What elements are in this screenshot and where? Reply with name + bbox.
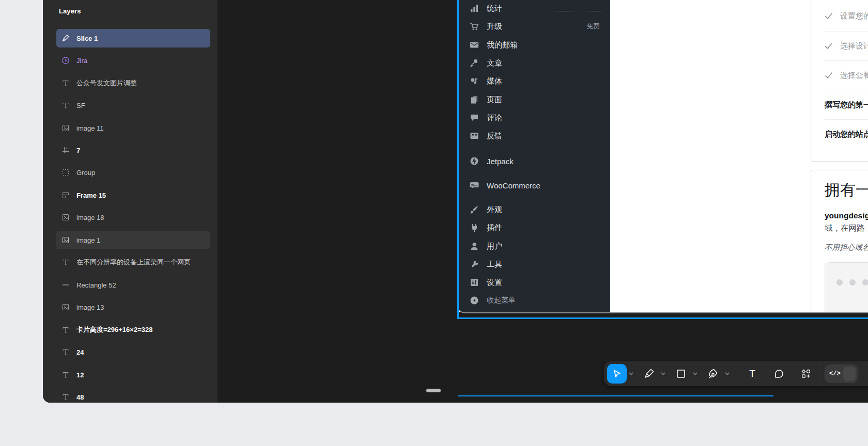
wp-menu-stats[interactable]: 统计 xyxy=(458,1,610,16)
layer-row-text[interactable]: 48 xyxy=(56,388,210,403)
figma-window: Layers Slice 1 Jira 公众号发文图片调整 SF image 1… xyxy=(43,0,868,403)
dev-mode-toggle[interactable]: </> xyxy=(825,364,858,383)
wp-menu-feedback[interactable]: 反馈 xyxy=(458,128,610,144)
wp-menu-tools[interactable]: 工具 xyxy=(458,257,610,272)
layer-label: 在不同分辨率的设备上渲染同一个网页 xyxy=(76,258,191,267)
checklist-item-done[interactable]: 设置您的站点 xyxy=(825,7,868,25)
pencil-tool-button[interactable] xyxy=(639,364,659,384)
layer-label: image 11 xyxy=(76,124,104,132)
jetpack-icon xyxy=(469,156,479,166)
layer-label: SF xyxy=(76,102,85,109)
layer-label: 公众号发文图片调整 xyxy=(76,78,137,88)
checklist-item-launch-site[interactable]: 启动您的站点 xyxy=(825,125,868,144)
design-frame: 统计 升级 免费 我的邮箱 文章 xyxy=(458,0,868,312)
woocommerce-icon: Woo xyxy=(469,180,479,190)
text-layer-icon xyxy=(61,348,70,356)
layer-row-jira[interactable]: Jira xyxy=(56,51,210,70)
cursor-icon xyxy=(612,369,622,379)
toolbar-divider xyxy=(819,361,819,386)
wp-menu-label: Jetpack xyxy=(487,157,514,166)
figma-toolbar: T </> xyxy=(604,361,868,386)
domain-upsell-card: ✕ 拥有一个域名，打您的站点。 youngdesignbook.com 是个完美… xyxy=(811,170,868,313)
layer-row-slice-1[interactable]: Slice 1 xyxy=(56,29,210,47)
layer-row-text[interactable]: 24 xyxy=(56,343,210,361)
layer-row-text[interactable]: 在不同分辨率的设备上渲染同一个网页 xyxy=(56,253,210,272)
canvas-scroll-pill[interactable] xyxy=(426,389,441,392)
wp-menu-plugins[interactable]: 插件 xyxy=(458,220,610,235)
image-layer-icon xyxy=(61,213,70,221)
layer-row-image[interactable]: image 18 xyxy=(56,208,210,227)
settings-icon xyxy=(469,277,479,288)
layer-label: image 13 xyxy=(76,304,104,311)
wp-menu-label: 页面 xyxy=(487,95,502,105)
check-icon xyxy=(825,42,833,50)
checklist-item-write-post[interactable]: 撰写您的第一篇文章 xyxy=(825,95,868,114)
pen-tool-button[interactable] xyxy=(703,364,723,384)
layer-row-text[interactable]: 卡片高度=296+16×2=328 xyxy=(56,321,210,339)
domain-card-body: youngdesignbook.com 是个完美的网址，不但易于搜寻，也很容易追… xyxy=(825,210,868,234)
layer-row-frame-15[interactable]: Frame 15 xyxy=(56,186,210,204)
shape-tool-dropdown[interactable] xyxy=(691,364,699,384)
wp-menu-users[interactable]: 用户 xyxy=(458,238,610,254)
layer-row-text[interactable]: 公众号发文图片调整 xyxy=(56,74,210,92)
layer-row-rectangle[interactable]: Rectangle 52 xyxy=(56,276,210,294)
wp-menu-appearance[interactable]: 外观 xyxy=(458,202,610,217)
checklist-item-done[interactable]: 选择套餐 xyxy=(825,66,868,85)
text-tool-button[interactable]: T xyxy=(742,364,762,384)
layer-row-image-1[interactable]: image 1 xyxy=(56,231,210,249)
checklist-item-done[interactable]: 选择设计 xyxy=(825,37,868,55)
checklist-label: 选择设计 xyxy=(840,41,868,51)
layer-row-text[interactable]: 12 xyxy=(56,365,210,384)
wp-menu-pages[interactable]: 页面 xyxy=(458,92,610,107)
pen-tool-dropdown[interactable] xyxy=(723,364,731,384)
pencil-tool-dropdown[interactable] xyxy=(659,364,667,384)
pages-icon xyxy=(469,94,479,105)
brush-icon xyxy=(469,204,479,215)
wp-menu-media[interactable]: 媒体 xyxy=(458,73,610,89)
layer-row-image[interactable]: image 11 xyxy=(56,119,210,137)
text-layer-icon xyxy=(61,258,70,266)
comment-tool-button[interactable] xyxy=(769,364,789,384)
layer-row-image[interactable]: image 13 xyxy=(56,298,210,316)
actions-button[interactable] xyxy=(796,364,816,384)
domain-card-title: 拥有一个域名，打您的站点。 xyxy=(825,180,868,201)
layer-label: 卡片高度=296+16×2=328 xyxy=(76,325,152,334)
wp-menu-settings[interactable]: 设置 xyxy=(458,275,610,290)
pushpin-icon xyxy=(469,58,479,68)
wp-menu-label: WooCommerce xyxy=(487,181,540,190)
layer-row-text[interactable]: SF xyxy=(56,96,210,115)
slice-selection-line xyxy=(458,395,773,396)
wp-menu-jetpack[interactable]: Jetpack xyxy=(458,153,610,169)
feedback-icon xyxy=(469,131,479,141)
wp-menu-label: 反馈 xyxy=(487,131,502,141)
wp-menu-upgrade[interactable]: 升级 免费 xyxy=(458,19,610,34)
checklist-label: 撰写您的第一篇文章 xyxy=(825,100,868,110)
stats-icon xyxy=(469,3,479,13)
layer-row-frame-7[interactable]: 7 xyxy=(56,141,210,160)
layer-label: image 1 xyxy=(76,236,100,244)
layer-row-group[interactable]: Group xyxy=(56,163,210,182)
collapse-menu-icon xyxy=(469,295,479,306)
comment-icon xyxy=(469,113,479,123)
wp-menu-collapse[interactable]: 收起菜单 xyxy=(458,293,610,308)
checklist-label: 启动您的站点 xyxy=(825,130,868,139)
divider xyxy=(825,60,868,61)
wp-menu-comments[interactable]: 评论 xyxy=(458,110,610,125)
wp-menu-posts[interactable]: 文章 xyxy=(458,55,610,71)
layer-label: Frame 15 xyxy=(76,192,106,199)
domain-name-bold: youngdesignbook.com xyxy=(825,211,868,220)
figma-canvas[interactable]: 统计 升级 免费 我的邮箱 文章 xyxy=(218,0,868,403)
shape-tool-button[interactable] xyxy=(671,364,691,384)
move-tool-dropdown[interactable] xyxy=(627,364,635,384)
plugin-icon xyxy=(469,222,479,233)
frame-icon xyxy=(61,146,70,154)
wp-menu-label: 外观 xyxy=(487,205,502,215)
wp-menu-inbox[interactable]: 我的邮箱 xyxy=(458,37,610,53)
group-icon xyxy=(61,168,70,177)
wp-menu-woocommerce[interactable]: Woo WooCommerce xyxy=(458,178,610,193)
cart-icon xyxy=(469,21,479,31)
wp-menu-label: 我的邮箱 xyxy=(487,40,518,50)
move-tool-button[interactable] xyxy=(607,364,627,384)
text-layer-icon xyxy=(61,393,70,401)
wordpress-mockup: 统计 升级 免费 我的邮箱 文章 xyxy=(458,0,868,313)
